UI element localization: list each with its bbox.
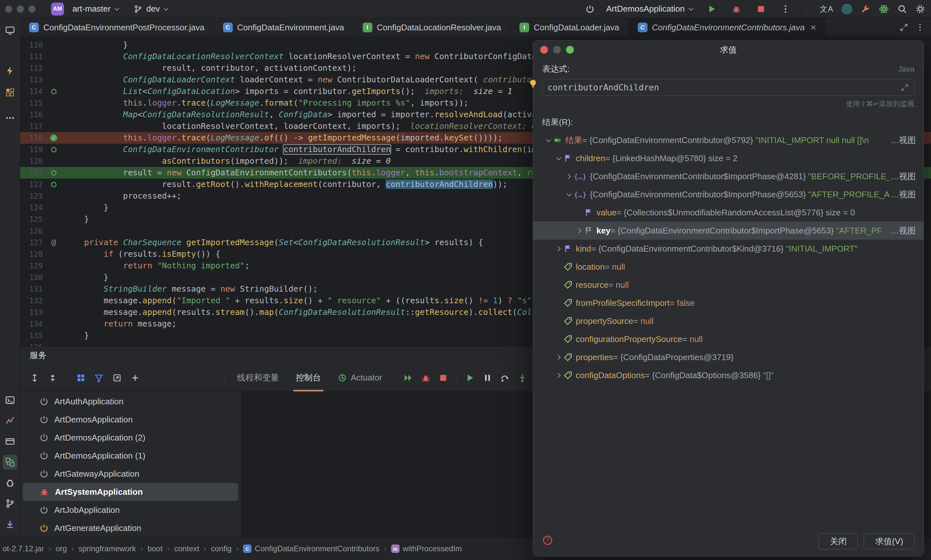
tree-row-结果[interactable]: 结果 = {ConfigDataEnvironmentContributor@5…: [533, 131, 923, 149]
breadcrumb-item[interactable]: springframework: [79, 544, 136, 553]
service-app-row[interactable]: ArtJobApplication: [23, 501, 238, 519]
bulb-icon[interactable]: [528, 78, 538, 88]
debug-tab-1[interactable]: 线程和变量: [229, 364, 287, 391]
editor-tab-1[interactable]: ConfigDataEnvironmentPostProcessor.java: [20, 18, 214, 37]
chevron-down-icon[interactable]: [542, 135, 553, 146]
chevron-right-icon[interactable]: [553, 370, 564, 381]
breadcrumb-item[interactable]: context: [174, 544, 199, 553]
collapse-all-button[interactable]: [45, 370, 61, 386]
resume-button[interactable]: [462, 370, 478, 386]
zoom-window-button[interactable]: [28, 6, 36, 12]
search-icon[interactable]: [897, 4, 907, 14]
project-selector[interactable]: art-master: [69, 3, 121, 15]
expand-corners-icon[interactable]: [899, 23, 908, 32]
tree-row-location[interactable]: location = null: [533, 258, 923, 276]
service-app-row[interactable]: ArtGenerateApplication: [23, 519, 238, 537]
breadcrumb-item[interactable]: config: [211, 544, 232, 553]
annotation-gutter-icon[interactable]: @: [43, 237, 65, 248]
chevron-down-icon[interactable]: [563, 189, 574, 200]
run-button[interactable]: [704, 1, 720, 17]
avatar-icon[interactable]: [842, 4, 852, 14]
tree-row-children[interactable]: children = {LinkedHashMap@5780} size = 2: [533, 149, 923, 167]
tool-download-button[interactable]: [3, 517, 17, 532]
service-app-row[interactable]: ArtAuthApplication: [23, 392, 238, 411]
breakpoint-icon[interactable]: [43, 178, 65, 190]
chevron-right-icon[interactable]: [553, 243, 564, 254]
tool-services-button[interactable]: [3, 455, 17, 469]
view-link[interactable]: …视图: [891, 189, 916, 200]
minimize-dialog-button[interactable]: [553, 46, 561, 54]
chevron-right-icon[interactable]: [553, 352, 564, 363]
translate-icon[interactable]: 文A: [820, 4, 834, 14]
service-app-row[interactable]: ArtDemosApplication: [23, 411, 238, 429]
tool-bolt-button[interactable]: [3, 63, 17, 78]
close-tab-icon[interactable]: ×: [811, 22, 816, 33]
service-app-row[interactable]: ArtSystemApplication: [23, 483, 238, 501]
grid-button[interactable]: [73, 370, 89, 386]
view-link[interactable]: …视图: [891, 171, 916, 182]
tool-structure-button[interactable]: [3, 85, 17, 100]
editor-tab-4[interactable]: ConfigDataLoader.java: [510, 18, 629, 37]
help-icon[interactable]: ?: [542, 535, 553, 546]
zoom-dialog-button[interactable]: [566, 46, 574, 54]
close-dialog-button[interactable]: [540, 46, 548, 54]
expression-input[interactable]: contributorAndChildren: [542, 79, 914, 96]
editor-tab-2[interactable]: ConfigDataEnvironment.java: [214, 18, 354, 37]
dialog-titlebar[interactable]: 求值: [533, 41, 923, 59]
more-v-icon[interactable]: [916, 23, 925, 32]
tool-profiler-button[interactable]: [3, 413, 17, 428]
tree-row-configurationPropertySource[interactable]: configurationPropertySource = null: [533, 330, 923, 348]
tool-branch-button[interactable]: [3, 496, 17, 511]
tree-row-resource[interactable]: resource = null: [533, 276, 923, 294]
breakpoint-icon[interactable]: ✓: [43, 132, 65, 144]
breadcrumb-item[interactable]: boot: [147, 544, 163, 553]
step-over-button[interactable]: [497, 370, 513, 386]
view-link[interactable]: …视图: [891, 135, 916, 146]
tree-row-kind[interactable]: kind = {ConfigDataEnvironmentContributor…: [533, 240, 923, 258]
service-app-row[interactable]: ArtDemosApplication (1): [23, 447, 238, 465]
breakpoint-icon[interactable]: [43, 167, 65, 178]
editor-tab-5[interactable]: ConfigDataEnvironmentContributors.java×: [629, 18, 826, 37]
wrench-icon[interactable]: [860, 4, 870, 14]
minimize-window-button[interactable]: [17, 6, 24, 12]
debug-tab-3[interactable]: Actuator: [329, 364, 391, 391]
atom-icon[interactable]: [879, 4, 889, 14]
close-window-button[interactable]: [5, 6, 12, 12]
stop-button[interactable]: [435, 370, 451, 386]
breadcrumb-item[interactable]: org: [56, 544, 67, 553]
service-app-row[interactable]: ArtDemosApplication (2): [23, 429, 238, 447]
plus-button[interactable]: [127, 370, 143, 386]
tool-card-button[interactable]: [3, 434, 17, 449]
chevron-down-icon[interactable]: [553, 153, 564, 164]
tree-row-item-4[interactable]: {…}{ConfigDataEnvironmentContributor$Imp…: [533, 185, 923, 203]
tree-row-properties[interactable]: properties = {ConfigDataProperties@3719}: [533, 348, 923, 366]
tool-monitor-button[interactable]: [3, 23, 17, 38]
evaluate-button[interactable]: 求值(V): [864, 533, 914, 549]
breadcrumb-item[interactable]: ConfigDataEnvironmentContributors: [243, 544, 380, 553]
funnel-button[interactable]: [91, 370, 107, 386]
chevron-right-icon[interactable]: [563, 171, 574, 182]
gear-icon[interactable]: [916, 4, 925, 14]
tool-debugger-tool-button[interactable]: [3, 475, 17, 490]
open-new-button[interactable]: [109, 370, 125, 386]
expand-all-button[interactable]: [26, 370, 43, 386]
expand-corners-icon[interactable]: [901, 83, 909, 92]
breakpoint-icon[interactable]: [43, 144, 65, 155]
debug-button[interactable]: [728, 1, 744, 17]
debug-restart-button[interactable]: [418, 370, 434, 386]
close-button[interactable]: 关闭: [818, 533, 858, 549]
tree-row-value[interactable]: value = {Collections$UnmodifiableRandomA…: [533, 203, 923, 222]
branch-selector[interactable]: dev: [131, 3, 170, 15]
tool-terminal-button[interactable]: [3, 393, 17, 408]
pause-button[interactable]: [479, 370, 496, 386]
rerun-button[interactable]: [400, 370, 416, 386]
chevron-right-icon[interactable]: [573, 225, 584, 236]
tree-row-propertySource[interactable]: propertySource = null: [533, 312, 923, 330]
tree-row-fromProfileSpecificImport[interactable]: fromProfileSpecificImport = false: [533, 294, 923, 312]
tool-more-dots-button[interactable]: [3, 111, 17, 125]
stop-button[interactable]: [753, 1, 769, 17]
editor-tab-3[interactable]: ConfigDataLocationResolver.java: [354, 18, 510, 37]
breadcrumb-item[interactable]: withProcessedIm: [391, 544, 462, 553]
view-link[interactable]: …视图: [891, 225, 916, 236]
breadcrumb-item[interactable]: ot-2.7.12.jar: [3, 544, 44, 553]
